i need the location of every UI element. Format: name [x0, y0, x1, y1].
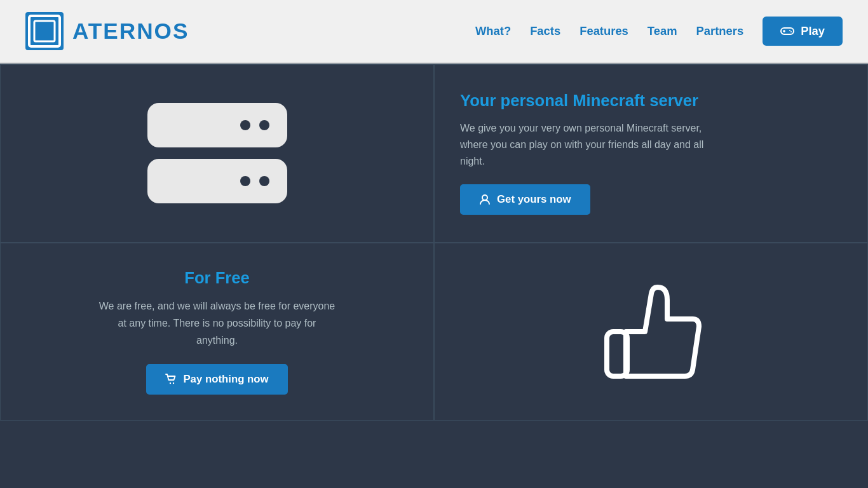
content-grid: Your personal Minecraft server We give y…	[0, 64, 868, 421]
header: ATERNOS What? Facts Features Team Partne…	[0, 0, 868, 64]
free-description: We are free, and we will always be free …	[97, 297, 338, 349]
server-title: Your personal Minecraft server	[460, 92, 698, 110]
svg-point-11	[173, 383, 174, 384]
nav-facts[interactable]: Facts	[530, 24, 560, 38]
server-dot-4	[259, 176, 269, 186]
free-cell: For Free We are free, and we will always…	[0, 243, 434, 421]
server-description: We give you your very own personal Minec…	[460, 120, 727, 169]
pay-nothing-label: Pay nothing now	[183, 373, 268, 386]
server-bar-top	[147, 103, 287, 147]
svg-rect-3	[38, 25, 51, 37]
user-icon	[479, 194, 491, 205]
server-graphic-cell	[0, 64, 434, 243]
main-nav: What? Facts Features Team Partners Play	[475, 17, 843, 46]
server-bar-bottom	[147, 159, 287, 203]
play-label: Play	[801, 24, 825, 38]
logo-text: ATERNOS	[72, 18, 189, 44]
svg-point-9	[482, 195, 487, 200]
aternos-logo-icon	[25, 12, 64, 50]
thumbs-up-cell	[434, 243, 868, 421]
play-button[interactable]: Play	[763, 17, 843, 46]
get-yours-label: Get yours now	[497, 193, 571, 206]
svg-rect-6	[783, 30, 785, 32]
get-yours-button[interactable]: Get yours now	[460, 184, 590, 215]
thumbs-up-icon	[594, 274, 709, 389]
cart-icon	[165, 374, 177, 385]
main-content: Your personal Minecraft server We give y…	[0, 64, 868, 488]
logo-area: ATERNOS	[25, 12, 189, 50]
nav-features[interactable]: Features	[580, 24, 628, 38]
pay-nothing-button[interactable]: Pay nothing now	[146, 364, 287, 395]
server-dot-2	[259, 120, 269, 130]
svg-point-10	[170, 383, 171, 384]
server-illustration	[147, 103, 287, 203]
server-dot-3	[240, 176, 250, 186]
nav-what[interactable]: What?	[475, 24, 511, 38]
server-dot-1	[240, 120, 250, 130]
server-info-cell: Your personal Minecraft server We give y…	[434, 64, 868, 243]
nav-partners[interactable]: Partners	[696, 24, 744, 38]
free-title: For Free	[184, 269, 249, 287]
gamepad-icon	[780, 26, 794, 36]
svg-point-7	[789, 30, 790, 31]
svg-point-8	[790, 31, 792, 32]
nav-team[interactable]: Team	[648, 24, 677, 38]
